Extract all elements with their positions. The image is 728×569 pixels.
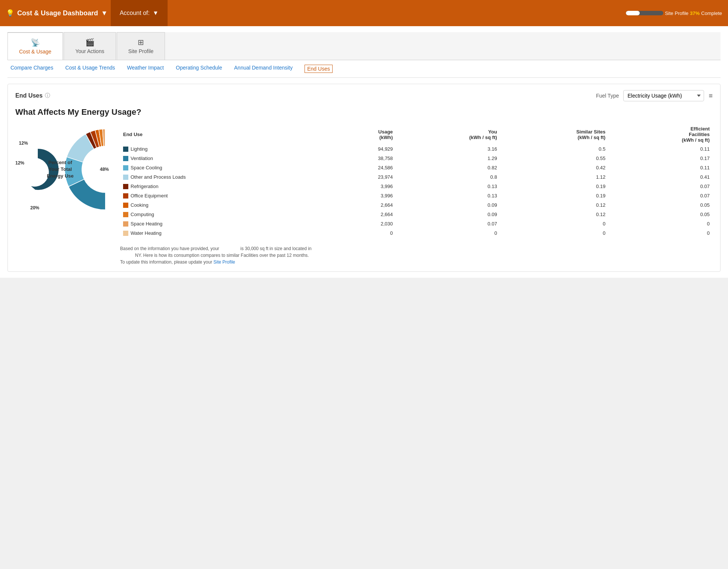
- dashboard-chevron: ▼: [101, 9, 108, 17]
- end-use-swatch: [123, 221, 128, 227]
- you-value: 1.29: [396, 154, 500, 163]
- similar-value: 0: [500, 228, 609, 238]
- you-value: 0.13: [396, 182, 500, 191]
- usage-value: 2,664: [331, 200, 396, 210]
- similar-value: 0.42: [500, 163, 609, 172]
- subnav-cost-usage-trends[interactable]: Cost & Usage Trends: [65, 65, 115, 73]
- tab-site-profile[interactable]: ⊞ Site Profile: [117, 32, 165, 60]
- usage-value: 24,586: [331, 163, 396, 172]
- end-use-label-cell: Water Heating: [120, 228, 331, 238]
- bulb-icon: 💡: [6, 9, 14, 17]
- section-title: What Affects My Energy Usage?: [15, 107, 713, 117]
- efficient-value: 0.07: [608, 182, 713, 191]
- site-profile-link[interactable]: Site Profile: [214, 259, 235, 265]
- subnav-annual-demand-intensity[interactable]: Annual Demand Intensity: [234, 65, 293, 73]
- usage-value: 3,996: [331, 182, 396, 191]
- donut-label-12b: 12%: [15, 160, 24, 166]
- table-row: Space Heating 2,030 0.07 0 0: [120, 219, 713, 228]
- end-use-swatch: [123, 212, 128, 217]
- card-title: End Uses: [15, 92, 43, 99]
- end-use-name: Office Equipment: [131, 193, 168, 199]
- end-use-label-cell: Cooking: [120, 200, 331, 210]
- efficient-value: 0: [608, 228, 713, 238]
- similar-value: 1.12: [500, 172, 609, 182]
- usage-value: 38,758: [331, 154, 396, 163]
- usage-value: 2,030: [331, 219, 396, 228]
- col-header-similar: Similar Sites(kWh / sq ft): [500, 124, 609, 144]
- profile-percent: 37%: [690, 10, 700, 16]
- end-use-swatch: [123, 203, 128, 208]
- subnav-compare-charges[interactable]: Compare Charges: [10, 65, 53, 73]
- table-row: Ventilation 38,758 1.29 0.55 0.17: [120, 154, 713, 163]
- table-row: Refrigeration 3,996 0.13 0.19 0.07: [120, 182, 713, 191]
- end-use-swatch: [123, 175, 128, 180]
- data-table: End Use Usage(kWh) You(kWh / sq ft) Simi…: [120, 124, 713, 265]
- end-use-label-cell: Computing: [120, 210, 331, 219]
- table-row: Other and Process Loads 23,974 0.8 1.12 …: [120, 172, 713, 182]
- profile-label: Site Profile: [665, 10, 688, 16]
- donut-chart-container: Percent of Your Total Energy Use 48% 20%…: [15, 124, 105, 214]
- end-use-swatch: [123, 165, 128, 170]
- usage-value: 2,664: [331, 210, 396, 219]
- you-value: 3.16: [396, 144, 500, 154]
- tab-your-actions[interactable]: 🎬 Your Actions: [64, 32, 116, 60]
- end-use-label-cell: Ventilation: [120, 154, 331, 163]
- col-header-you: You(kWh / sq ft): [396, 124, 500, 144]
- end-use-label-cell: Lighting: [120, 144, 331, 154]
- efficient-value: 0.05: [608, 200, 713, 210]
- efficient-value: 0: [608, 219, 713, 228]
- table-row: Water Heating 0 0 0 0: [120, 228, 713, 238]
- end-use-swatch: [123, 193, 128, 199]
- end-use-name: Lighting: [131, 146, 148, 152]
- card-header: End Uses ⓘ Fuel Type Electricity Usage (…: [15, 90, 713, 101]
- similar-value: 0: [500, 219, 609, 228]
- account-label: Account of:: [120, 10, 150, 16]
- col-header-usage: Usage(kWh): [331, 124, 396, 144]
- subnav-operating-schedule[interactable]: Operating Schedule: [176, 65, 222, 73]
- efficient-value: 0.11: [608, 163, 713, 172]
- table-row: Cooking 2,664 0.09 0.12 0.05: [120, 200, 713, 210]
- you-value: 0.07: [396, 219, 500, 228]
- main-content: 📡 Cost & Usage 🎬 Your Actions ⊞ Site Pro…: [0, 26, 728, 278]
- similar-value: 0.19: [500, 182, 609, 191]
- end-use-name: Cooking: [131, 202, 149, 208]
- subnav-weather-impact[interactable]: Weather Impact: [127, 65, 164, 73]
- end-use-swatch: [123, 156, 128, 161]
- fuel-type-label: Fuel Type: [596, 93, 619, 99]
- site-profile-status: Site Profile 37% Complete: [626, 10, 722, 16]
- donut-label-48: 48%: [100, 167, 109, 172]
- site-profile-icon: ⊞: [138, 38, 144, 47]
- help-icon[interactable]: ⓘ: [45, 92, 50, 99]
- tab-cost-usage[interactable]: 📡 Cost & Usage: [7, 32, 63, 60]
- you-value: 0: [396, 228, 500, 238]
- profile-progress-fill: [626, 11, 640, 15]
- usage-value: 23,974: [331, 172, 396, 182]
- end-use-swatch: [123, 184, 128, 189]
- you-value: 0.82: [396, 163, 500, 172]
- end-use-name: Space Heating: [131, 221, 162, 227]
- similar-value: 0.5: [500, 144, 609, 154]
- similar-value: 0.55: [500, 154, 609, 163]
- profile-complete-label: Complete: [701, 10, 722, 16]
- usage-value: 94,929: [331, 144, 396, 154]
- profile-progress-bar: [626, 11, 663, 15]
- usage-value: 3,996: [331, 191, 396, 200]
- account-chevron: ▼: [153, 10, 159, 16]
- efficient-value: 0.07: [608, 191, 713, 200]
- table-row: Computing 2,664 0.09 0.12 0.05: [120, 210, 713, 219]
- you-value: 0.09: [396, 200, 500, 210]
- col-header-efficient: EfficientFacilities(kWh / sq ft): [608, 124, 713, 144]
- fuel-type-row: Fuel Type Electricity Usage (kWh) Natura…: [596, 90, 713, 101]
- similar-value: 0.19: [500, 191, 609, 200]
- end-use-name: Other and Process Loads: [131, 174, 186, 180]
- card-menu-icon[interactable]: ≡: [709, 92, 713, 100]
- subnav-end-uses[interactable]: End Uses: [305, 65, 333, 73]
- dashboard-title-nav[interactable]: 💡 Cost & Usage Dashboard ▼: [6, 9, 108, 17]
- footnote: Based on the information you have provid…: [120, 245, 713, 265]
- donut-label-20: 20%: [30, 205, 39, 210]
- tab-cost-usage-label: Cost & Usage: [19, 49, 51, 55]
- efficient-value: 0.05: [608, 210, 713, 219]
- tabs-row: 📡 Cost & Usage 🎬 Your Actions ⊞ Site Pro…: [7, 32, 721, 60]
- fuel-type-select[interactable]: Electricity Usage (kWh) Natural Gas Usag…: [623, 90, 704, 101]
- account-selector[interactable]: Account of: ▼: [111, 0, 168, 26]
